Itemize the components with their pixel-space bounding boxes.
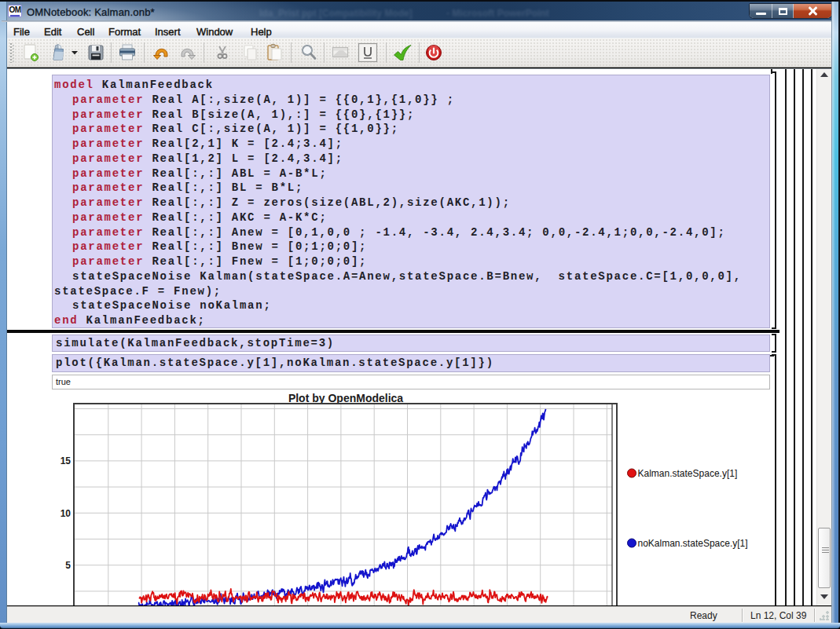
svg-text:15: 15 xyxy=(61,455,72,466)
svg-text:5: 5 xyxy=(65,560,71,571)
svg-text:Plot by OpenModelica: Plot by OpenModelica xyxy=(288,392,403,404)
svg-text:noKalman.stateSpace.y[1]: noKalman.stateSpace.y[1] xyxy=(638,538,748,549)
svg-text:Kalman.stateSpace.y[1]: Kalman.stateSpace.y[1] xyxy=(638,468,738,479)
svg-text:10: 10 xyxy=(61,508,72,519)
